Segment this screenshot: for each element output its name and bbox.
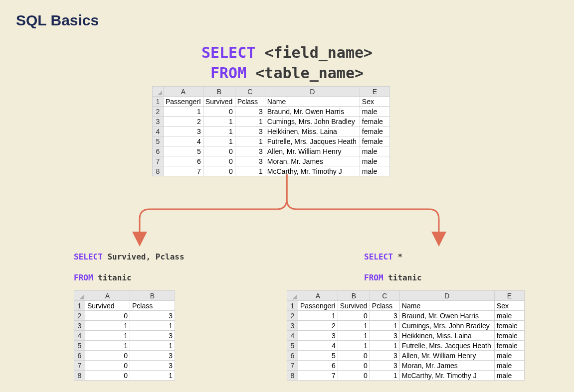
cell: 6 — [298, 361, 338, 371]
col-header: D — [399, 291, 494, 301]
col-header: A — [164, 87, 203, 97]
cell: 3 — [370, 351, 399, 361]
cell: 0 — [338, 371, 370, 381]
cell: Futrelle, Mrs. Jacques Heath — [399, 341, 494, 351]
row-header: 5 — [153, 136, 164, 146]
row-header: 7 — [153, 156, 164, 166]
page-title: SQL Basics — [16, 12, 99, 29]
cell: 3 — [235, 156, 265, 166]
keyword-select: SELECT — [201, 44, 255, 61]
cell: 3 — [370, 361, 399, 371]
cell: 1 — [235, 117, 265, 127]
row-header: 1 — [153, 97, 164, 107]
cell: 4 — [298, 341, 338, 351]
row-header: 6 — [153, 146, 164, 156]
cell: 0 — [85, 351, 130, 361]
cell: 0 — [85, 371, 130, 381]
cell: 5 — [298, 351, 338, 361]
header-cell: Sex — [494, 301, 524, 311]
cell: female — [360, 136, 389, 146]
row-header: 7 — [287, 361, 298, 371]
cell: Cumings, Mrs. John Bradley — [399, 321, 494, 331]
branching-arrows — [100, 174, 474, 249]
cell: McCarthy, Mr. Timothy J — [399, 371, 494, 381]
cell: male — [360, 156, 389, 166]
row-header: 3 — [74, 321, 85, 331]
row-header: 8 — [74, 371, 85, 381]
cell: 3 — [130, 331, 175, 341]
cell: 3 — [130, 311, 175, 321]
col-header: E — [494, 291, 524, 301]
placeholder-table: <table_name> — [246, 64, 364, 82]
row-header: 3 — [153, 117, 164, 127]
select-star: * — [393, 252, 402, 261]
col-header: C — [235, 87, 265, 97]
cell: 3 — [298, 331, 338, 341]
cell: 1 — [85, 341, 130, 351]
col-header: E — [360, 87, 389, 97]
header-cell: Survived — [85, 301, 130, 311]
cell: 0 — [203, 107, 235, 117]
cell: 0 — [203, 166, 235, 176]
cell: female — [360, 117, 389, 127]
row-header: 2 — [287, 311, 298, 321]
col-header: A — [85, 291, 130, 301]
cell: male — [360, 166, 389, 176]
right-query: SELECT * FROM titanic — [364, 252, 422, 283]
row-header: 4 — [287, 331, 298, 341]
cell: 6 — [164, 156, 203, 166]
header-cell: PassengerI — [298, 301, 338, 311]
cell: Heikkinen, Miss. Laina — [265, 127, 360, 136]
cell: Moran, Mr. James — [265, 156, 360, 166]
cell: 1 — [338, 341, 370, 351]
cell: 3 — [235, 146, 265, 156]
cell: 1 — [370, 371, 399, 381]
row-header: 4 — [153, 127, 164, 136]
row-header: 2 — [74, 311, 85, 321]
cell: 2 — [164, 117, 203, 127]
row-header: 6 — [287, 351, 298, 361]
cell: 1 — [85, 321, 130, 331]
cell: Futrelle, Mrs. Jacques Heath — [265, 136, 360, 146]
cell: 1 — [203, 136, 235, 146]
cell: 4 — [164, 136, 203, 146]
cell: 1 — [338, 321, 370, 331]
cell: female — [494, 341, 524, 351]
row-header: 8 — [153, 166, 164, 176]
cell: 0 — [338, 311, 370, 321]
header-cell: Name — [265, 97, 360, 107]
cell: Moran, Mr. James — [399, 361, 494, 371]
cell: 1 — [130, 371, 175, 381]
row-header: 2 — [153, 107, 164, 117]
cell: female — [494, 321, 524, 331]
cell: 3 — [370, 331, 399, 341]
row-header: 8 — [287, 371, 298, 381]
cell: 3 — [370, 311, 399, 321]
cell: Allen, Mr. William Henry — [265, 146, 360, 156]
header-cell: Pclass — [370, 301, 399, 311]
cell: 0 — [203, 156, 235, 166]
row-header: 3 — [287, 321, 298, 331]
cell: McCarthy, Mr. Timothy J — [265, 166, 360, 176]
syntax-template: SELECT <field_name> FROM <table_name> — [0, 43, 574, 83]
col-header: D — [265, 87, 360, 97]
keyword-from: FROM — [210, 64, 246, 82]
header-cell: PassengerI — [164, 97, 203, 107]
cell: Heikkinen, Miss. Laina — [399, 331, 494, 341]
row-header: 4 — [74, 331, 85, 341]
keyword-from: FROM — [364, 273, 383, 282]
row-header: 1 — [74, 301, 85, 311]
cell: 1 — [370, 341, 399, 351]
cell: 1 — [235, 166, 265, 176]
cell: 1 — [164, 107, 203, 117]
cell: 3 — [235, 107, 265, 117]
header-cell: Name — [399, 301, 494, 311]
col-header: B — [130, 291, 175, 301]
cell: 0 — [338, 361, 370, 371]
cell: 2 — [298, 321, 338, 331]
row-header: 5 — [74, 341, 85, 351]
col-header: C — [370, 291, 399, 301]
select-fields: Survived, Pclass — [103, 252, 185, 261]
cell: male — [494, 351, 524, 361]
cell: 7 — [298, 371, 338, 381]
